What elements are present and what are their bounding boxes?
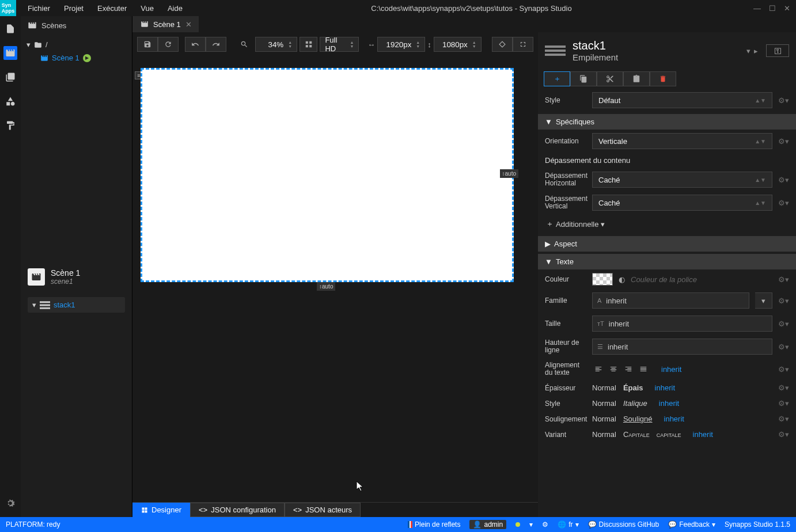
copy-button[interactable] xyxy=(570,71,597,86)
maximize-icon[interactable]: ☐ xyxy=(769,4,776,13)
tree-scene-1[interactable]: Scène 1 ▶ xyxy=(21,51,132,64)
color-swatch[interactable] xyxy=(592,273,613,286)
status-user[interactable]: 👤 admin xyxy=(469,520,506,529)
underline-on[interactable]: Souligné xyxy=(623,415,653,423)
nav-scenes-icon[interactable] xyxy=(3,46,17,60)
status-discussions[interactable]: 💬Discussions GitHub xyxy=(588,520,659,529)
close-icon[interactable]: ✕ xyxy=(784,4,790,13)
status-theme[interactable]: Plein de reflets xyxy=(408,520,460,529)
tab-close-icon[interactable]: ✕ xyxy=(185,20,192,29)
canvas-width-input[interactable]: ▲▼ xyxy=(377,37,425,52)
gear-icon[interactable]: ⚙▾ xyxy=(778,176,789,184)
refresh-button[interactable] xyxy=(158,37,179,52)
nav-paint-icon[interactable] xyxy=(3,119,17,132)
rotate-button[interactable] xyxy=(492,37,513,52)
underline-inherit[interactable]: inherit xyxy=(664,415,684,423)
menu-view[interactable]: Vue xyxy=(134,1,161,16)
variant-cap1[interactable]: Capitale xyxy=(623,430,650,439)
weight-normal[interactable]: Normal xyxy=(592,383,616,392)
color-placeholder[interactable]: Couleur de la police xyxy=(631,275,772,284)
canvas-artboard[interactable] xyxy=(141,68,514,282)
add-button[interactable]: ＋ xyxy=(544,71,570,86)
status-feedback[interactable]: 💬Feedback▾ xyxy=(668,520,715,529)
nav-settings-icon[interactable] xyxy=(3,496,17,510)
align-right-button[interactable] xyxy=(622,363,635,375)
search-icon[interactable] xyxy=(235,37,253,52)
gear-icon[interactable]: ⚙▾ xyxy=(778,275,789,284)
style-inherit[interactable]: inherit xyxy=(659,399,679,408)
contrast-icon[interactable]: ◐ xyxy=(619,275,625,284)
tab-scene-1[interactable]: Scène 1 ✕ xyxy=(132,16,199,32)
overflow-h-select[interactable]: Caché▲▼ xyxy=(592,172,772,188)
gear-icon[interactable]: ⚙▾ xyxy=(778,415,789,423)
section-spec[interactable]: ▼Spécifiques xyxy=(538,114,796,130)
gear-icon[interactable]: ⚙▾ xyxy=(778,399,789,408)
redo-button[interactable] xyxy=(206,37,226,52)
tree-root-folder[interactable]: ▾ / xyxy=(21,38,132,51)
bottom-tab-designer[interactable]: Designer xyxy=(132,503,190,517)
fit-screen-icon[interactable] xyxy=(300,37,317,52)
nav-prev-icon[interactable]: ▾ xyxy=(746,47,750,55)
section-aspect[interactable]: ▶Aspect xyxy=(538,236,796,252)
nav-library-icon[interactable] xyxy=(3,70,17,84)
weight-inherit[interactable]: inherit xyxy=(655,383,675,392)
additional-toggle[interactable]: ＋ Additionnelle ▾ xyxy=(538,214,796,234)
section-texte[interactable]: ▼Texte xyxy=(538,254,796,269)
menu-file[interactable]: Fichier xyxy=(21,1,57,16)
gear-icon[interactable]: ⚙▾ xyxy=(778,199,789,207)
canvas-width-handle[interactable]: ↕auto xyxy=(500,169,518,178)
save-button[interactable] xyxy=(137,37,158,52)
minimize-icon[interactable]: — xyxy=(753,4,761,13)
underline-normal[interactable]: Normal xyxy=(592,415,616,423)
nav-shapes-icon[interactable] xyxy=(3,94,17,108)
orientation-select[interactable]: Verticale▲▼ xyxy=(592,133,772,149)
undo-button[interactable] xyxy=(185,37,206,52)
font-size-input[interactable]: тTinherit xyxy=(592,316,772,332)
gear-icon[interactable]: ⚙▾ xyxy=(778,430,789,439)
align-inherit[interactable]: inherit xyxy=(661,365,681,374)
gear-icon[interactable]: ⚙ xyxy=(542,520,548,529)
actor-tree-stack1[interactable]: ▾ stack1 xyxy=(28,297,125,313)
gear-icon[interactable]: ⚙▾ xyxy=(778,96,789,105)
style-normal[interactable]: Normal xyxy=(592,399,616,408)
gear-icon[interactable]: ⚙▾ xyxy=(778,343,789,351)
font-family-input[interactable]: Ainherit xyxy=(592,292,749,309)
zoom-input[interactable]: ▲▼ xyxy=(255,37,297,52)
canvas-height-input[interactable]: ▲▼ xyxy=(434,37,482,52)
gear-icon[interactable]: ⚙▾ xyxy=(778,137,789,146)
nav-next-icon[interactable]: ▸ xyxy=(754,47,758,55)
fullscreen-button[interactable] xyxy=(513,37,533,52)
menu-help[interactable]: Aide xyxy=(161,1,189,16)
status-lang[interactable]: 🌐fr▾ xyxy=(558,520,578,529)
gear-icon[interactable]: ⚙▾ xyxy=(778,320,789,328)
dropdown-icon[interactable]: ▾ xyxy=(529,520,533,529)
code-icon: <> xyxy=(293,506,302,514)
play-icon[interactable]: ▶ xyxy=(83,54,91,62)
bottom-tab-json-actors[interactable]: <> JSON acteurs xyxy=(285,503,361,517)
gear-icon[interactable]: ⚙▾ xyxy=(778,297,789,305)
menu-run[interactable]: Exécuter xyxy=(90,1,134,16)
variant-normal[interactable]: Normal xyxy=(592,430,616,439)
gear-icon[interactable]: ⚙▾ xyxy=(778,383,789,392)
overflow-v-select[interactable]: Caché▲▼ xyxy=(592,195,772,211)
variant-cap2[interactable]: capitale xyxy=(657,430,681,439)
style-select[interactable]: Défaut▲▼ xyxy=(592,92,772,108)
style-italic[interactable]: Italique xyxy=(623,399,647,408)
align-left-button[interactable] xyxy=(592,363,605,375)
menu-project[interactable]: Projet xyxy=(57,1,90,16)
gear-icon[interactable]: ⚙▾ xyxy=(778,365,789,374)
align-center-button[interactable] xyxy=(607,363,620,375)
weight-bold[interactable]: Épais xyxy=(623,383,643,392)
line-height-input[interactable]: ☰inherit xyxy=(592,339,772,355)
key-button[interactable]: ⚿ xyxy=(766,44,789,57)
resolution-preset[interactable]: Full HD▲▼ xyxy=(320,37,359,52)
paste-button[interactable] xyxy=(623,71,650,86)
cut-button[interactable] xyxy=(597,71,623,86)
align-justify-button[interactable] xyxy=(637,363,650,375)
canvas-height-handle[interactable]: ↕auto xyxy=(317,282,335,291)
variant-inherit[interactable]: inherit xyxy=(693,430,713,439)
bottom-tab-json-config[interactable]: <> JSON configuration xyxy=(190,503,285,517)
chevron-down-icon[interactable]: ▾ xyxy=(755,292,772,309)
nav-files-icon[interactable] xyxy=(3,22,17,36)
delete-button[interactable] xyxy=(650,71,676,86)
